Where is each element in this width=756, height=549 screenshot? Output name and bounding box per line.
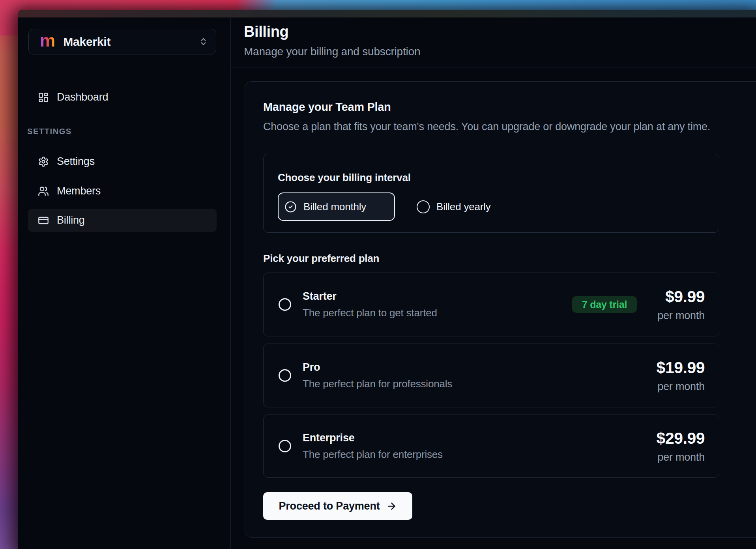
sidebar-item-label: Dashboard — [57, 91, 108, 103]
sidebar: m Makerkit Dashboard SETTINGS Settings — [18, 18, 231, 549]
trial-badge: 7 day trial — [572, 296, 637, 313]
billed-monthly-option[interactable]: Billed monthly — [278, 192, 395, 221]
check-circle-icon — [284, 201, 297, 213]
plan-price: $19.99 — [657, 359, 705, 377]
window-titlebar — [18, 10, 756, 18]
radio-unchecked-icon[interactable] — [279, 440, 291, 452]
sidebar-item-label: Settings — [57, 155, 95, 168]
plan-description: The perfect plan for enterprises — [303, 448, 443, 461]
plan-name: Starter — [303, 290, 437, 303]
sidebar-item-label: Billing — [57, 214, 85, 226]
plan-cadence: per month — [657, 310, 705, 322]
credit-card-icon — [38, 215, 49, 226]
app-window: m Makerkit Dashboard SETTINGS Settings — [18, 10, 756, 549]
plan-description: The perfect plan for professionals — [303, 378, 452, 390]
plan-name: Pro — [303, 361, 452, 373]
makerkit-logo: m — [40, 32, 55, 49]
page-subtitle: Manage your billing and subscription — [244, 45, 420, 58]
plan-price: $29.99 — [657, 429, 705, 448]
app-body: m Makerkit Dashboard SETTINGS Settings — [18, 18, 756, 549]
plan-cadence: per month — [657, 451, 705, 463]
plan-cadence: per month — [657, 381, 705, 393]
billing-interval-label: Choose your billing interval — [278, 172, 411, 184]
plans-section-label: Pick your preferred plan — [263, 252, 379, 265]
team-plan-card: Manage your Team Plan Choose a plan that… — [245, 81, 756, 538]
plan-price: $9.99 — [665, 288, 705, 306]
radio-unchecked-icon[interactable] — [279, 369, 291, 382]
users-icon — [38, 186, 49, 197]
dashboard-icon — [38, 92, 49, 103]
sidebar-item-settings[interactable]: Settings — [28, 150, 217, 173]
billed-yearly-label: Billed yearly — [436, 201, 491, 213]
card-subtitle: Choose a plan that fits your team's need… — [263, 121, 710, 133]
page-title: Billing — [244, 23, 288, 40]
radio-unchecked-icon — [417, 200, 430, 213]
sidebar-item-billing[interactable]: Billing — [28, 209, 217, 232]
chevrons-up-down-icon — [199, 37, 208, 46]
header-divider — [231, 67, 756, 67]
gear-icon — [38, 156, 49, 167]
proceed-to-payment-button[interactable]: Proceed to Payment — [263, 492, 412, 520]
main-content: Billing Manage your billing and subscrip… — [231, 18, 756, 549]
sidebar-item-dashboard[interactable]: Dashboard — [28, 86, 217, 109]
workspace-selector[interactable]: m Makerkit — [28, 29, 216, 54]
plan-option-enterprise[interactable]: Enterprise The perfect plan for enterpri… — [263, 415, 719, 478]
radio-unchecked-icon[interactable] — [279, 298, 291, 311]
billed-monthly-label: Billed monthly — [303, 201, 366, 213]
arrow-right-icon — [386, 501, 397, 512]
plan-name: Enterprise — [303, 432, 443, 444]
card-title: Manage your Team Plan — [263, 101, 391, 114]
proceed-to-payment-label: Proceed to Payment — [279, 500, 380, 512]
plan-description: The perfect plan to get started — [303, 307, 437, 319]
sidebar-item-members[interactable]: Members — [28, 179, 217, 203]
plan-option-pro[interactable]: Pro The perfect plan for professionals $… — [263, 344, 719, 407]
plan-option-starter[interactable]: Starter The perfect plan to get started … — [263, 273, 719, 336]
sidebar-section-label: SETTINGS — [27, 127, 72, 136]
sidebar-item-label: Members — [57, 185, 101, 197]
workspace-name: Makerkit — [63, 35, 110, 49]
billing-interval-group: Choose your billing interval Billed mont… — [263, 154, 719, 233]
billed-yearly-option[interactable]: Billed yearly — [417, 199, 491, 215]
